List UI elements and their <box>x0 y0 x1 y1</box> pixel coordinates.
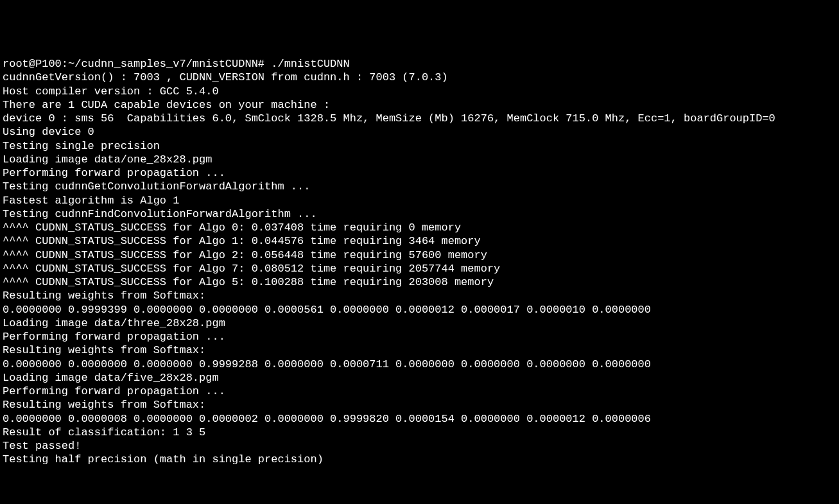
terminal-line: 0.0000000 0.0000000 0.0000000 0.9999288 … <box>3 358 836 371</box>
terminal-line: Performing forward propagation ... <box>3 166 836 180</box>
terminal-line: ^^^^ CUDNN_STATUS_SUCCESS for Algo 5: 0.… <box>3 275 836 289</box>
terminal-line: Host compiler version : GCC 5.4.0 <box>3 85 836 98</box>
terminal-line: ^^^^ CUDNN_STATUS_SUCCESS for Algo 1: 0.… <box>3 234 836 248</box>
terminal-line: Result of classification: 1 3 5 <box>3 426 836 439</box>
terminal-line: ^^^^ CUDNN_STATUS_SUCCESS for Algo 7: 0.… <box>3 262 836 275</box>
terminal-line: Testing cudnnFindConvolutionForwardAlgor… <box>3 207 836 221</box>
terminal-line: Loading image data/three_28x28.pgm <box>3 317 836 330</box>
terminal-line: Testing cudnnGetConvolutionForwardAlgori… <box>3 180 836 193</box>
terminal-line: Testing single precision <box>3 139 836 153</box>
terminal-line: device 0 : sms 56 Capabilities 6.0, SmCl… <box>3 112 836 125</box>
terminal-line: ^^^^ CUDNN_STATUS_SUCCESS for Algo 0: 0.… <box>3 221 836 234</box>
terminal-line: Performing forward propagation ... <box>3 385 836 398</box>
terminal-line: cudnnGetVersion() : 7003 , CUDNN_VERSION… <box>3 71 836 84</box>
terminal-line: Performing forward propagation ... <box>3 330 836 343</box>
terminal-line: Fastest algorithm is Algo 1 <box>3 194 836 207</box>
terminal-output[interactable]: root@P100:~/cudnn_samples_v7/mnistCUDNN#… <box>3 57 836 467</box>
terminal-line: Using device 0 <box>3 125 836 139</box>
terminal-line: root@P100:~/cudnn_samples_v7/mnistCUDNN#… <box>3 57 836 71</box>
terminal-line: 0.0000000 0.9999399 0.0000000 0.0000000 … <box>3 303 836 317</box>
terminal-line: Loading image data/one_28x28.pgm <box>3 153 836 166</box>
terminal-line: 0.0000000 0.0000008 0.0000000 0.0000002 … <box>3 412 836 426</box>
terminal-line: Resulting weights from Softmax: <box>3 398 836 412</box>
terminal-line: Resulting weights from Softmax: <box>3 343 836 357</box>
terminal-line: Loading image data/five_28x28.pgm <box>3 371 836 385</box>
terminal-line: Testing half precision (math in single p… <box>3 453 836 466</box>
terminal-line: Test passed! <box>3 439 836 453</box>
terminal-line: Resulting weights from Softmax: <box>3 289 836 302</box>
terminal-line: There are 1 CUDA capable devices on your… <box>3 98 836 112</box>
terminal-line: ^^^^ CUDNN_STATUS_SUCCESS for Algo 2: 0.… <box>3 248 836 262</box>
